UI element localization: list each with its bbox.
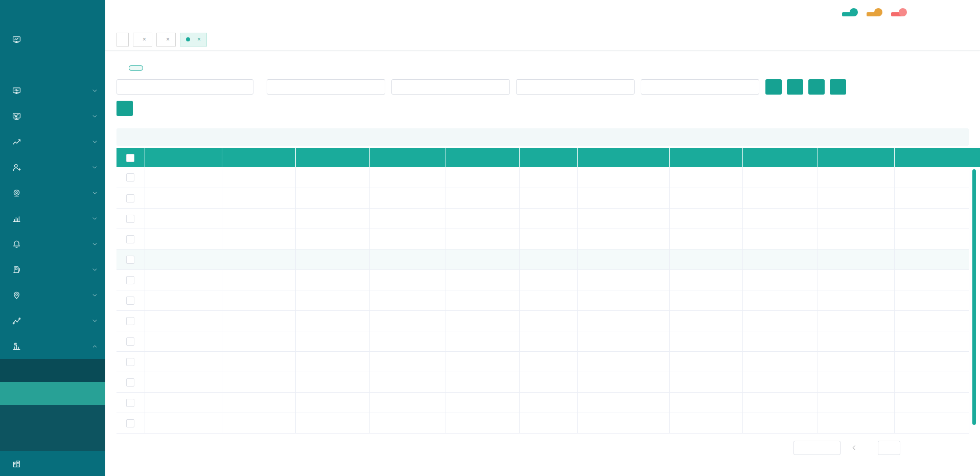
ops-icon <box>12 316 21 325</box>
cell-created <box>818 229 894 249</box>
tab-income-overview[interactable]: × <box>133 33 152 47</box>
cell-order-type <box>369 392 446 413</box>
energy-icon <box>12 214 21 223</box>
sale-type-select[interactable] <box>641 79 759 95</box>
sidebar-item-prepaid-management[interactable] <box>0 154 105 180</box>
download-template-button[interactable] <box>830 79 846 95</box>
batch-audit-button[interactable] <box>787 79 803 95</box>
cell-amount <box>222 188 295 208</box>
sidebar-item-smart-lighting[interactable] <box>0 282 105 308</box>
order-type-select[interactable] <box>391 79 510 95</box>
row-checkbox[interactable] <box>126 215 134 223</box>
cell-issue-status <box>669 188 742 208</box>
cell-issue-status <box>669 229 742 249</box>
sidebar-item-demand-analysis[interactable] <box>0 129 105 154</box>
cell-issue-status <box>669 351 742 372</box>
row-checkbox[interactable] <box>126 337 134 346</box>
notice-badge-2[interactable] <box>891 12 902 16</box>
cell-actions <box>894 249 969 269</box>
sidebar-item-energy-analysis[interactable] <box>0 206 105 231</box>
cell-operator <box>519 208 577 229</box>
cell-remark <box>742 290 818 310</box>
sidebar-item-income-overview[interactable] <box>0 405 105 428</box>
demand-icon <box>12 138 21 146</box>
cell-amount <box>222 331 295 351</box>
filter-row <box>116 79 969 95</box>
row-checkbox[interactable] <box>126 194 134 202</box>
sidebar-item-monitor-page[interactable] <box>0 180 105 206</box>
cell-user <box>145 351 222 372</box>
cell-operator <box>519 392 577 413</box>
tab-template-management[interactable]: × <box>156 33 176 47</box>
table-row <box>116 413 969 433</box>
row-checkbox[interactable] <box>126 378 134 387</box>
tab-home[interactable] <box>116 33 129 47</box>
sidebar-item-financial-analysis[interactable] <box>0 333 105 359</box>
cell-created <box>818 372 894 392</box>
cell-actions <box>894 229 969 249</box>
cell-order-type <box>369 229 446 249</box>
sidebar-item-operations-management[interactable] <box>0 308 105 333</box>
sidebar-item-charging-pile[interactable] <box>0 257 105 282</box>
export-button[interactable] <box>808 79 825 95</box>
row-checkbox[interactable] <box>126 173 134 182</box>
cell-amount <box>222 372 295 392</box>
close-icon[interactable]: × <box>143 36 146 42</box>
sidebar-item-order-overview[interactable] <box>0 382 105 405</box>
username-input[interactable] <box>272 83 380 92</box>
row-checkbox[interactable] <box>126 419 134 427</box>
sidebar-item-financial-report[interactable] <box>0 359 105 382</box>
acrel-logo <box>0 0 105 27</box>
pay-type-select[interactable] <box>516 79 635 95</box>
header-checkbox-cell <box>116 148 145 167</box>
close-icon[interactable]: × <box>197 36 201 42</box>
cell-amount <box>222 413 295 433</box>
query-button[interactable] <box>765 79 782 95</box>
sidebar-item-home[interactable] <box>0 27 105 52</box>
cell-amount <box>222 351 295 372</box>
chevron-down-icon <box>91 87 98 94</box>
goto-page-input[interactable] <box>878 441 900 455</box>
chevron-left-icon[interactable] <box>851 444 857 451</box>
select-all-checkbox[interactable] <box>126 154 134 162</box>
sidebar-item-alarm-management[interactable] <box>0 231 105 257</box>
finance-submenu <box>0 359 105 451</box>
report-icon <box>12 460 21 468</box>
row-checkbox[interactable] <box>126 297 134 305</box>
cell-operator <box>519 229 577 249</box>
notice-badge-1[interactable] <box>867 12 878 16</box>
cell-sale-type <box>446 310 519 331</box>
cell-created <box>818 310 894 331</box>
notice-badge-0[interactable] <box>842 12 853 16</box>
sidebar-item-big-screen[interactable] <box>0 52 105 78</box>
page-size-select[interactable] <box>794 441 841 455</box>
table-row <box>116 269 969 290</box>
sidebar-item-template-management[interactable] <box>0 428 105 451</box>
cell-sale-type <box>446 372 519 392</box>
row-checkbox[interactable] <box>126 235 134 243</box>
date-range-picker[interactable] <box>116 79 253 95</box>
close-icon[interactable]: × <box>166 36 170 42</box>
row-checkbox[interactable] <box>126 276 134 284</box>
chevron-down-icon <box>91 241 98 247</box>
tab-order-overview[interactable]: × <box>180 33 207 47</box>
vertical-scrollbar[interactable] <box>972 169 976 425</box>
row-checkbox[interactable] <box>126 317 134 325</box>
cell-order-type <box>369 413 446 433</box>
switch-project-button[interactable] <box>129 65 143 71</box>
sidebar-item-user-report[interactable] <box>0 451 105 476</box>
column-header <box>519 148 577 167</box>
sidebar-item-electric-safety[interactable] <box>0 78 105 103</box>
import-button[interactable] <box>116 101 133 116</box>
app-root: × × × <box>0 0 980 476</box>
notice-badges <box>842 12 902 16</box>
chevron-down-icon <box>91 318 98 324</box>
row-checkbox[interactable] <box>126 358 134 366</box>
cell-order-type <box>369 290 446 310</box>
cell-created <box>818 392 894 413</box>
username-field-wrap <box>267 79 385 95</box>
sidebar-item-power-quality[interactable] <box>0 103 105 129</box>
row-checkbox[interactable] <box>126 399 134 407</box>
row-checkbox[interactable] <box>126 256 134 264</box>
cell-sale-type <box>446 269 519 290</box>
